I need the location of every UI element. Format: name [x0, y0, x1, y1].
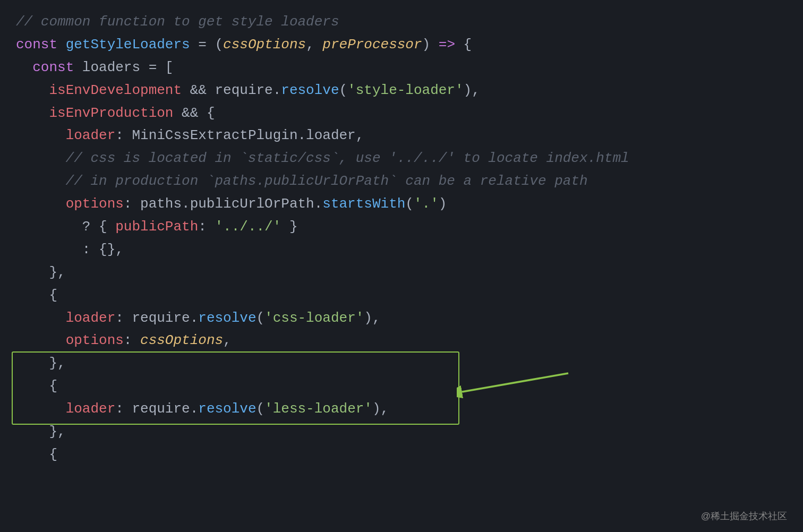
code-line-4: isEnvDevelopment && require.resolve('sty… [16, 79, 787, 102]
watermark: @稀土掘金技术社区 [701, 510, 787, 522]
code-editor: // common function to get style loaders … [0, 0, 803, 477]
code-line-17: { [16, 375, 787, 398]
code-line-5: isEnvProduction && { [16, 102, 787, 125]
code-line-2: const getStyleLoaders = (cssOptions, pre… [16, 33, 787, 56]
code-line-6: loader: MiniCssExtractPlugin.loader, [16, 124, 787, 147]
code-line-13: { [16, 284, 787, 307]
code-line-1: // common function to get style loaders [16, 11, 787, 33]
svg-line-1 [462, 373, 568, 392]
code-line-15: options: cssOptions, [16, 329, 787, 352]
code-line-10: ? { publicPath: '../../' } [16, 216, 787, 238]
arrow-annotation [457, 365, 574, 408]
code-line-3: const loaders = [ [16, 56, 787, 79]
code-line-16: }, [16, 352, 787, 375]
code-line-18: loader: require.resolve('less-loader'), [16, 398, 787, 421]
code-line-7: // css is located in `static/css`, use '… [16, 147, 787, 170]
code-line-19: }, [16, 421, 787, 443]
code-line-12: }, [16, 261, 787, 284]
code-line-11: : {}, [16, 238, 787, 261]
code-line-14: loader: require.resolve('css-loader'), [16, 307, 787, 330]
code-line-8: // in production `paths.publicUrlOrPath`… [16, 170, 787, 193]
code-line-20: { [16, 443, 787, 466]
code-line-9: options: paths.publicUrlOrPath.startsWit… [16, 193, 787, 216]
